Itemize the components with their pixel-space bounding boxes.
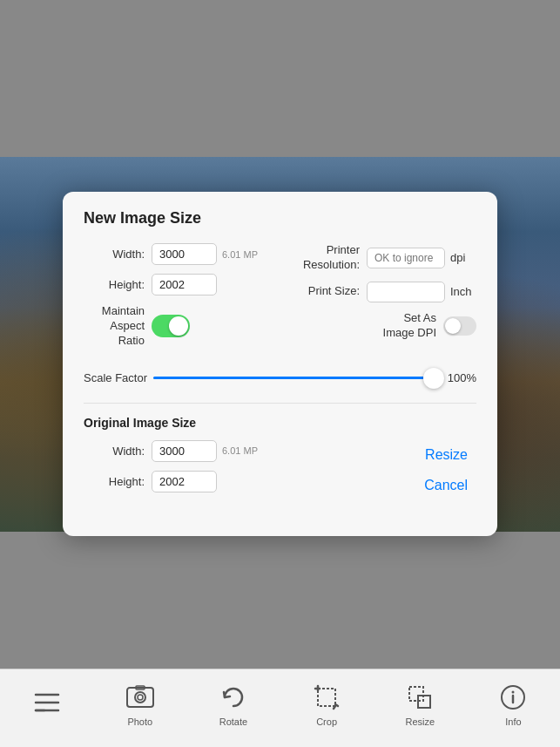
toolbar-item-resize[interactable]: Resize bbox=[374, 682, 467, 727]
aspect-label: MaintainAspect Ratio bbox=[84, 304, 145, 349]
aspect-ratio-toggle[interactable] bbox=[152, 315, 190, 337]
resize-button[interactable]: Resize bbox=[425, 444, 468, 466]
toolbar-photo-label: Photo bbox=[127, 716, 152, 727]
original-width-row: Width: 6.01 MP bbox=[84, 440, 276, 462]
scale-slider-fill bbox=[153, 377, 433, 379]
toolbar: Photo Rotate Crop bbox=[0, 669, 560, 747]
modal-dialog: New Image Size Width: 6.01 MP Height: Ma… bbox=[63, 192, 497, 536]
set-as-dpi-toggle[interactable] bbox=[443, 316, 476, 336]
toolbar-item-menu[interactable] bbox=[0, 687, 93, 722]
svg-point-6 bbox=[138, 695, 143, 700]
scale-slider-container bbox=[153, 370, 433, 387]
printer-res-label: PrinterResolution: bbox=[303, 243, 360, 273]
modal-title: New Image Size bbox=[84, 209, 476, 227]
original-image-section: Original Image Size Width: 6.01 MP Heigh… bbox=[84, 416, 476, 501]
crop-icon bbox=[311, 682, 342, 713]
printer-resolution-row: PrinterResolution: dpi bbox=[285, 243, 477, 273]
toolbar-resize-label: Resize bbox=[405, 716, 435, 727]
toolbar-item-info[interactable]: Info bbox=[467, 682, 560, 727]
original-height-input[interactable] bbox=[152, 471, 217, 492]
right-column: PrinterResolution: dpi Print Size: Inch … bbox=[285, 243, 477, 357]
height-label: Height: bbox=[84, 278, 145, 291]
resize-icon bbox=[404, 682, 435, 713]
height-row: Height: bbox=[84, 274, 276, 295]
scale-pct-label: 100% bbox=[442, 371, 476, 384]
scale-label: Scale Factor bbox=[84, 371, 153, 384]
aspect-ratio-row: MaintainAspect Ratio bbox=[84, 304, 276, 349]
modal-body: Width: 6.01 MP Height: MaintainAspect Ra… bbox=[84, 243, 476, 357]
scale-slider-thumb[interactable] bbox=[423, 368, 444, 389]
svg-point-5 bbox=[135, 692, 145, 703]
original-height-label: Height: bbox=[84, 475, 145, 488]
width-label: Width: bbox=[84, 248, 145, 261]
original-body: Width: 6.01 MP Height: Resize Cancel bbox=[84, 440, 476, 501]
original-right: Resize Cancel bbox=[276, 440, 477, 501]
width-row: Width: 6.01 MP bbox=[84, 243, 276, 265]
svg-rect-4 bbox=[127, 688, 153, 707]
height-input[interactable] bbox=[152, 274, 217, 295]
toolbar-rotate-label: Rotate bbox=[219, 716, 247, 727]
original-height-row: Height: bbox=[84, 471, 276, 492]
menu-icon bbox=[31, 687, 63, 718]
toolbar-crop-label: Crop bbox=[316, 716, 337, 727]
cancel-button[interactable]: Cancel bbox=[424, 474, 468, 497]
left-column: Width: 6.01 MP Height: MaintainAspect Ra… bbox=[84, 243, 276, 357]
svg-line-12 bbox=[335, 704, 338, 706]
svg-line-11 bbox=[334, 706, 335, 709]
scale-factor-row: Scale Factor 100% bbox=[84, 370, 476, 387]
toolbar-item-crop[interactable]: Crop bbox=[280, 682, 374, 727]
width-input[interactable] bbox=[152, 243, 217, 265]
bg-top bbox=[0, 0, 560, 157]
svg-rect-8 bbox=[318, 689, 335, 706]
divider bbox=[84, 403, 476, 404]
original-width-mp: 6.01 MP bbox=[222, 445, 258, 456]
original-image-title: Original Image Size bbox=[84, 416, 476, 430]
original-width-input[interactable] bbox=[152, 440, 217, 462]
photo-icon bbox=[125, 682, 156, 713]
print-size-unit: Inch bbox=[450, 285, 476, 298]
print-size-input[interactable] bbox=[367, 282, 445, 302]
original-width-label: Width: bbox=[84, 445, 145, 458]
original-left: Width: 6.01 MP Height: bbox=[84, 440, 276, 501]
set-as-dpi-row: Set AsImage DPI bbox=[285, 311, 477, 341]
svg-rect-13 bbox=[409, 687, 423, 701]
print-size-row: Print Size: Inch bbox=[285, 282, 477, 302]
rotate-icon bbox=[218, 682, 249, 713]
svg-point-19 bbox=[512, 690, 515, 693]
set-as-dpi-label: Set AsImage DPI bbox=[383, 311, 436, 341]
printer-res-unit: dpi bbox=[450, 251, 476, 264]
info-icon bbox=[497, 682, 529, 713]
toolbar-info-label: Info bbox=[505, 716, 521, 727]
print-size-label: Print Size: bbox=[308, 284, 360, 299]
scale-slider-track bbox=[153, 377, 433, 379]
toolbar-item-photo[interactable]: Photo bbox=[93, 682, 186, 727]
width-mp: 6.01 MP bbox=[222, 249, 258, 260]
printer-res-input[interactable] bbox=[367, 248, 445, 268]
toolbar-item-rotate[interactable]: Rotate bbox=[186, 682, 280, 727]
